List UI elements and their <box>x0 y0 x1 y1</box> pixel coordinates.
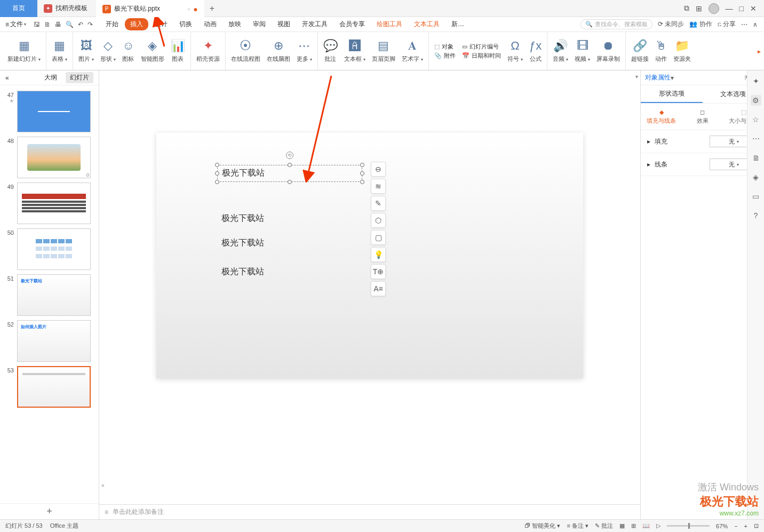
wordart-button[interactable]: 𝐀艺术字 ▾ <box>399 32 429 70</box>
tab-slideshow[interactable]: 放映 <box>223 18 246 30</box>
border-tool-icon[interactable]: ▢ <box>371 230 386 245</box>
preview-icon[interactable]: 🔍 <box>66 21 74 28</box>
action-button[interactable]: 🖱动作 <box>652 32 670 70</box>
tab-drawing-tools[interactable]: 绘图工具 <box>371 18 408 30</box>
slide-canvas[interactable]: 极光下载站 ⟲ 极光下载站 极光下载站 极光下载站 ⊖ ≋ <box>156 133 583 378</box>
tab-insert[interactable]: 插入 <box>125 18 148 30</box>
shape-button[interactable]: ◇形状 ▾ <box>97 32 119 70</box>
minimize-button[interactable]: — <box>726 4 733 13</box>
side-more-icon[interactable]: ⋯ <box>751 133 761 144</box>
side-settings-icon[interactable]: ⚙ <box>751 95 761 106</box>
align-tool-icon[interactable]: A≡ <box>371 281 386 296</box>
side-style-icon[interactable]: ✦ <box>751 76 761 86</box>
canvas-collapse-icon[interactable]: « <box>101 482 105 488</box>
canvas-menu-icon[interactable]: ▾ <box>635 74 638 80</box>
side-doc-icon[interactable]: 🗎 <box>751 153 761 163</box>
text-line[interactable]: 极光下载站 <box>221 237 264 249</box>
slide-thumb-item[interactable]: 47✭ <box>0 89 99 134</box>
text-tool-icon[interactable]: T⊕ <box>371 264 386 279</box>
tab-member[interactable]: 会员专享 <box>334 18 370 30</box>
zoom-in-icon[interactable]: + <box>744 523 747 529</box>
table-button[interactable]: ▦表格 ▾ <box>49 32 73 70</box>
idea-tool-icon[interactable]: 💡 <box>371 247 386 262</box>
video-button[interactable]: 🎞视频 ▾ <box>571 32 593 70</box>
slide-thumb-item[interactable]: 49 <box>0 180 99 226</box>
expand-icon[interactable]: ▸ <box>647 138 650 145</box>
tab-start[interactable]: 开始 <box>100 18 124 30</box>
view-slideshow-icon[interactable]: ▷ <box>656 522 660 529</box>
layers-tool-icon[interactable]: ≋ <box>371 179 386 194</box>
notes-toggle[interactable]: ≡ 备注 ▾ <box>567 522 588 530</box>
close-button[interactable]: ✕ <box>750 4 757 13</box>
tab-design[interactable]: 设计 <box>149 18 173 30</box>
slide-thumb-item[interactable]: 51 极光下载站 <box>0 272 99 318</box>
more-menu-icon[interactable]: ⋯ <box>741 21 747 28</box>
new-slide-button[interactable]: ▦新建幻灯片 ▾ <box>4 32 46 70</box>
resize-handle[interactable] <box>288 180 292 184</box>
beautify-button[interactable]: 🗇 智能美化 ▾ <box>524 522 560 530</box>
hyperlink-button[interactable]: 🔗超链接 <box>628 32 652 70</box>
icon-button[interactable]: ☺图标 <box>119 32 137 70</box>
comments-toggle[interactable]: ✎ 批注 <box>595 522 613 530</box>
line-row[interactable]: ▸ 线条 无 ▾ <box>641 153 764 176</box>
flow-button[interactable]: ⦿在线流程图 <box>228 32 264 70</box>
file-menu[interactable]: ≡ 文件 ▾ <box>2 20 29 29</box>
screen-rec-button[interactable]: ⏺屏幕录制 <box>593 32 626 70</box>
avatar[interactable] <box>709 3 719 14</box>
chart-button[interactable]: 📊图表 <box>168 32 191 70</box>
slide-num-button[interactable]: ▭ 幻灯片编号 <box>462 43 501 51</box>
side-help-icon[interactable]: ? <box>751 210 761 221</box>
panel-collapse-icon[interactable]: « <box>5 74 9 82</box>
slide-thumb-item[interactable]: 50 <box>0 226 99 272</box>
fit-icon[interactable]: ⊡ <box>754 522 759 529</box>
ribbon-scroll-right-icon[interactable]: ► <box>757 48 762 54</box>
tab-review[interactable]: 审阅 <box>248 18 271 30</box>
collapse-ribbon-icon[interactable]: ∧ <box>753 21 758 28</box>
more-button[interactable]: ⋯更多 ▾ <box>293 32 318 70</box>
expand-icon[interactable]: ▸ <box>647 161 650 168</box>
tab-close-icon[interactable]: ● <box>193 5 197 13</box>
home-tab[interactable]: 首页 <box>0 0 37 17</box>
header-footer-button[interactable]: ▤页眉页脚 <box>369 32 399 70</box>
tab-new[interactable]: 新… <box>446 18 469 30</box>
unsync-button[interactable]: ⟳ 未同步 <box>658 20 684 29</box>
tab-animation[interactable]: 动画 <box>198 18 222 30</box>
redo-icon[interactable]: ↷ <box>87 21 93 28</box>
zoom-out-icon[interactable]: − <box>734 523 737 529</box>
fill-tool-icon[interactable]: ⬡ <box>371 213 386 228</box>
undo-icon[interactable]: ↶ <box>78 21 83 28</box>
new-tab-button[interactable]: + <box>204 4 220 13</box>
save-icon[interactable]: 🖫 <box>34 21 40 28</box>
text-line[interactable]: 极光下载站 <box>221 266 264 277</box>
rotate-handle-icon[interactable]: ⟲ <box>286 152 293 159</box>
symbol-button[interactable]: Ω符号 ▾ <box>504 32 526 70</box>
fill-row[interactable]: ▸ 填充 无 ▾ <box>641 130 764 153</box>
notes-bar[interactable]: ≡ 单击此处添加备注 <box>99 504 640 519</box>
template-tab[interactable]: ✦ 找稻壳模板 <box>37 0 96 17</box>
resize-handle[interactable] <box>288 163 292 167</box>
saveas-icon[interactable]: 🗎 <box>44 21 51 28</box>
add-slide-button[interactable]: + <box>0 503 99 519</box>
collapse-tool-icon[interactable]: ⊖ <box>371 162 386 177</box>
docer-button[interactable]: ✦稻壳资源 <box>193 32 226 70</box>
mind-button[interactable]: ⊕在线脑图 <box>264 32 293 70</box>
slide-thumb-item[interactable]: 48 0 <box>0 134 99 180</box>
slide-list[interactable]: 47✭ 48 0 49 50 51 极光下载站 52 如何插入图片 <box>0 85 99 503</box>
selected-textbox[interactable]: 极光下载站 ⟲ <box>217 165 362 182</box>
resize-handle[interactable] <box>215 163 219 167</box>
resize-handle[interactable] <box>360 163 364 167</box>
search-input[interactable]: 🔍 查找命令、搜索模板 <box>580 19 652 29</box>
side-template-icon[interactable]: ☆ <box>751 114 761 125</box>
outline-tab[interactable]: 大纲 <box>40 72 61 83</box>
resize-handle[interactable] <box>360 171 364 176</box>
comment-button[interactable]: 💬批注 <box>320 32 341 70</box>
maximize-button[interactable]: □ <box>739 4 744 13</box>
edit-tool-icon[interactable]: ✎ <box>371 196 386 211</box>
side-edit-icon[interactable]: ◈ <box>751 172 761 182</box>
zoom-slider[interactable] <box>667 525 710 527</box>
slide-thumb-item[interactable]: 52 如何插入图片 <box>0 318 99 364</box>
shape-options-tab[interactable]: 形状选项 <box>641 85 703 103</box>
effect-subtab[interactable]: ◻效果 <box>682 104 723 130</box>
text-line[interactable]: 极光下载站 <box>221 213 264 224</box>
attach-button[interactable]: 📎 附件 <box>434 52 456 60</box>
